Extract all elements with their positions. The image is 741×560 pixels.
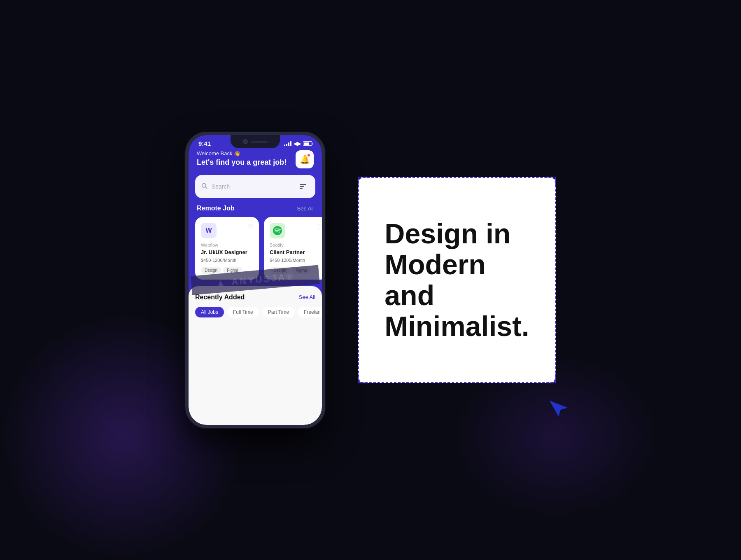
design-card: Design in Modern and Minimalist. (358, 177, 556, 383)
webflow-tag-figma: Figma (223, 267, 242, 274)
recently-added-title: Recently Added (195, 294, 245, 301)
webflow-company-name: Webflow (201, 243, 253, 247)
design-headline-line3: and (384, 280, 434, 311)
webflow-favorite-icon[interactable]: ♡ (247, 223, 253, 231)
recently-filter-tabs: All Jobs Full Time Part Time Freelan (195, 307, 315, 317)
filter-icon (300, 184, 306, 189)
battery-icon (303, 141, 312, 146)
filter-tab-part-time[interactable]: Part Time (262, 307, 295, 317)
signal-icon (284, 141, 291, 146)
filter-button[interactable] (296, 180, 310, 193)
phone-wrapper: 9:41 ◀▶ (185, 132, 325, 428)
search-input[interactable]: Search (212, 183, 292, 190)
search-bar[interactable]: Search (195, 175, 315, 198)
phone-screen: 9:41 ◀▶ (189, 135, 322, 425)
phone-notch (231, 135, 280, 148)
design-card-text: Design in Modern and Minimalist. (384, 218, 529, 341)
notch-speaker (251, 141, 268, 143)
design-headline-line2: Modern (384, 249, 486, 280)
notch-camera (243, 139, 248, 144)
spotify-favorite-icon[interactable]: ♡ (316, 223, 322, 231)
job-card-webflow[interactable]: W ♡ Webflow Jr. UI/UX Designer $450-1200… (195, 217, 259, 280)
cursor-icon (547, 399, 569, 421)
filter-tab-full-time[interactable]: Full Time (227, 307, 259, 317)
design-headline-line4: Minimalist. (384, 310, 529, 342)
spotify-job-salary: $450-1200/Month (270, 258, 322, 263)
recently-added-section: Recently Added See All All Jobs Full Tim… (189, 286, 322, 425)
notification-dot (307, 154, 310, 157)
remote-job-see-all[interactable]: See All (297, 205, 314, 212)
webflow-job-salary: $450-1200/Month (201, 258, 253, 263)
welcome-text: Welcome Back 👋 (197, 150, 287, 156)
spotify-logo (270, 223, 285, 238)
card-top-spotify: ♡ (270, 223, 322, 238)
app-header: Welcome Back 👋 Let's find you a great jo… (189, 147, 322, 175)
search-icon (201, 182, 207, 191)
filter-tab-all-jobs[interactable]: All Jobs (195, 307, 224, 317)
job-card-spotify[interactable]: ♡ Spotify Client Partner $450-1200/Month… (264, 217, 322, 280)
status-time: 9:41 (198, 140, 211, 147)
headline-text: Let's find you a great job! (197, 158, 287, 167)
webflow-job-tags: Design Figma (201, 267, 253, 274)
webflow-logo: W (201, 223, 217, 238)
spotify-job-tags: Design Figma (270, 267, 322, 274)
corner-top-right (546, 177, 556, 187)
corner-bottom-right (546, 373, 556, 383)
scene: 9:41 ◀▶ (185, 132, 556, 428)
notification-button[interactable]: 🔔 (296, 150, 314, 168)
webflow-job-title: Jr. UI/UX Designer (201, 249, 253, 256)
svg-line-1 (205, 187, 207, 189)
corner-bottom-left (358, 373, 368, 383)
spotify-tag-figma: Figma (292, 267, 311, 274)
recently-added-header: Recently Added See All (195, 294, 315, 301)
card-top-webflow: W ♡ (201, 223, 253, 238)
remote-job-section-header: Remote Job See All (189, 205, 322, 217)
recently-added-see-all[interactable]: See All (299, 294, 315, 300)
spotify-company-name: Spotify (270, 243, 322, 247)
status-icons: ◀▶ (284, 141, 312, 147)
design-headline-line1: Design in (384, 218, 510, 249)
remote-job-title: Remote Job (197, 205, 235, 212)
phone-device: 9:41 ◀▶ (185, 132, 325, 428)
header-text: Welcome Back 👋 Let's find you a great jo… (197, 150, 287, 167)
corner-top-left (358, 177, 368, 187)
spotify-tag-design: Design (270, 267, 290, 274)
job-cards-row: W ♡ Webflow Jr. UI/UX Designer $450-1200… (189, 217, 322, 286)
webflow-tag-design: Design (201, 267, 221, 274)
spotify-job-title: Client Partner (270, 249, 322, 256)
wifi-icon: ◀▶ (294, 141, 301, 147)
filter-tab-freelance[interactable]: Freelan (298, 307, 322, 317)
